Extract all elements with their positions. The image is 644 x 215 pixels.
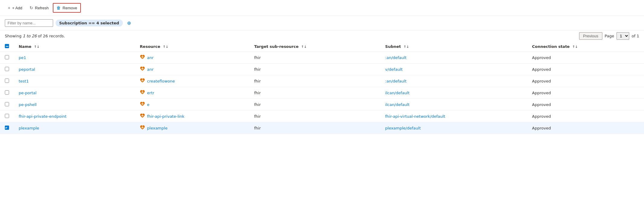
row-connection: Approved <box>527 64 644 75</box>
row-checkbox[interactable] <box>5 126 9 130</box>
row-subnet: fhir-api-virtual-network/default <box>380 111 527 122</box>
add-label: + Add <box>12 6 22 10</box>
showing-text: Showing <box>5 34 23 38</box>
resource-link[interactable]: e <box>147 102 149 107</box>
select-all-checkbox[interactable] <box>5 44 9 48</box>
row-name: plexample <box>14 122 135 134</box>
col-connection: Connection state ↑↓ <box>527 42 644 52</box>
toolbar: + + Add ↻ Refresh 🗑 Remove <box>0 0 644 16</box>
previous-label: Previous <box>583 34 598 38</box>
row-checkbox[interactable] <box>5 102 9 106</box>
row-connection: Approved <box>527 87 644 99</box>
resource-link[interactable]: createflowone <box>147 79 175 83</box>
filter-input[interactable] <box>5 19 53 27</box>
row-checkbox-cell[interactable] <box>0 99 14 111</box>
table-row: test1 createflowonefhir:an/defaultApprov… <box>0 75 644 87</box>
add-button[interactable]: + + Add <box>5 4 25 12</box>
resource-link[interactable]: anr <box>147 55 154 60</box>
row-name-link[interactable]: pe-pshell <box>19 102 37 107</box>
resource-health-icon <box>140 89 145 96</box>
row-subnet: v/default <box>380 64 527 75</box>
info-bar: Showing 1 to 26 of 26 records. Previous … <box>0 30 644 42</box>
row-checkbox[interactable] <box>5 79 9 83</box>
row-resource: ertr <box>135 87 249 99</box>
previous-button[interactable]: Previous <box>579 32 602 40</box>
subscription-label: Subscription == 4 selected <box>59 21 119 25</box>
subnet-link[interactable]: ilcan/default <box>385 102 410 107</box>
resource-health-icon <box>140 113 145 120</box>
record-count: Showing 1 to 26 of 26 records. <box>5 34 65 38</box>
subscription-badge[interactable]: Subscription == 4 selected <box>56 20 123 26</box>
row-resource: fhir-api-private-link <box>135 111 249 122</box>
row-checkbox[interactable] <box>5 114 9 118</box>
subnet-link[interactable]: plexample/default <box>385 126 421 130</box>
row-name: pe-portal <box>14 87 135 99</box>
filter-bar: Subscription == 4 selected ⊕ <box>0 16 644 30</box>
row-target: fhir <box>249 52 380 64</box>
remove-label: Remove <box>62 6 77 10</box>
resource-link[interactable]: ertr <box>147 91 154 95</box>
row-checkbox-cell[interactable] <box>0 122 14 134</box>
row-checkbox-cell[interactable] <box>0 52 14 64</box>
table-row: pe-portal ertrfhirilcan/defaultApproved <box>0 87 644 99</box>
row-subnet: ilcan/default <box>380 87 527 99</box>
add-filter-button[interactable]: ⊕ <box>125 19 133 27</box>
subnet-sort-icon[interactable]: ↑↓ <box>403 45 409 49</box>
row-checkbox[interactable] <box>5 90 9 95</box>
add-filter-icon: ⊕ <box>127 20 131 26</box>
subnet-link[interactable]: :an/default <box>385 55 406 60</box>
resource-link[interactable]: fhir-api-private-link <box>147 114 184 119</box>
row-resource: anr <box>135 52 249 64</box>
row-checkbox-cell[interactable] <box>0 75 14 87</box>
row-checkbox[interactable] <box>5 55 9 59</box>
page-label: Page <box>605 34 614 38</box>
row-name-link[interactable]: plexample <box>19 126 39 130</box>
target-sort-icon[interactable]: ↑↓ <box>301 45 307 49</box>
row-name: peportal <box>14 64 135 75</box>
row-name-link[interactable]: fhir-api-private-endpoint <box>19 114 66 119</box>
row-name-link[interactable]: peportal <box>19 67 35 72</box>
connection-sort-icon[interactable]: ↑↓ <box>572 45 578 49</box>
col-resource: Resource ↑↓ <box>135 42 249 52</box>
row-connection: Approved <box>527 111 644 122</box>
table-row: pe1 anrfhir:an/defaultApproved <box>0 52 644 64</box>
row-connection: Approved <box>527 99 644 111</box>
name-sort-icon[interactable]: ↑↓ <box>34 45 40 49</box>
resource-link[interactable]: anr <box>147 67 154 72</box>
row-connection: Approved <box>527 52 644 64</box>
private-endpoints-table: Name ↑↓ Resource ↑↓ Target sub-resource … <box>0 42 644 134</box>
row-resource: anr <box>135 64 249 75</box>
refresh-button[interactable]: ↻ Refresh <box>27 4 52 12</box>
resource-sort-icon[interactable]: ↑↓ <box>163 45 168 49</box>
subnet-link[interactable]: :an/default <box>385 79 406 83</box>
of-records-text: of 26 records. <box>38 34 65 38</box>
row-subnet: ilcan/default <box>380 99 527 111</box>
row-checkbox-cell[interactable] <box>0 87 14 99</box>
row-checkbox[interactable] <box>5 67 9 71</box>
resource-link[interactable]: plexample <box>147 126 167 130</box>
row-name-link[interactable]: test1 <box>19 79 29 83</box>
row-subnet: :an/default <box>380 52 527 64</box>
subnet-link[interactable]: v/default <box>385 67 403 72</box>
row-name: test1 <box>14 75 135 87</box>
row-name-link[interactable]: pe1 <box>19 55 26 60</box>
table-row: pe-pshell efhirilcan/defaultApproved <box>0 99 644 111</box>
row-name-link[interactable]: pe-portal <box>19 91 37 95</box>
row-target: fhir <box>249 111 380 122</box>
resource-health-icon <box>140 66 145 73</box>
remove-button[interactable]: 🗑 Remove <box>53 3 81 13</box>
resource-health-icon <box>140 101 145 108</box>
refresh-label: Refresh <box>35 6 49 10</box>
table-row: plexample plexamplefhirplexample/default… <box>0 122 644 134</box>
subnet-link[interactable]: fhir-api-virtual-network/default <box>385 114 445 119</box>
header-checkbox-cell[interactable] <box>0 42 14 52</box>
resource-health-icon <box>140 54 145 61</box>
row-name: pe-pshell <box>14 99 135 111</box>
row-connection: Approved <box>527 122 644 134</box>
row-resource: e <box>135 99 249 111</box>
subnet-link[interactable]: ilcan/default <box>385 91 410 95</box>
row-checkbox-cell[interactable] <box>0 64 14 75</box>
page-select[interactable]: 1 <box>617 32 629 40</box>
refresh-icon: ↻ <box>30 5 33 10</box>
row-checkbox-cell[interactable] <box>0 111 14 122</box>
